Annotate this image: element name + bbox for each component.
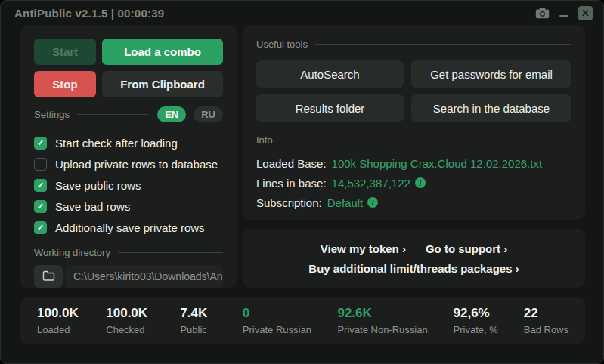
info-row-subscription: Subscription: Default i [256,193,571,212]
info-header: Info [256,134,571,146]
tools-info-panel: Useful tools AutoSearch Get passwords fo… [243,25,585,220]
stat-loaded: 100.0K Loaded [37,306,106,335]
stat-label: Checked [106,324,180,335]
checkbox-label: Start check after loading [55,137,178,150]
stat-label: Loaded [37,324,106,335]
language-toggle-en[interactable]: EN [157,106,186,122]
settings-header: Settings EN RU [34,106,223,122]
info-value: 100k Shopping Crax.Cloud 12.02.2026.txt [332,157,543,170]
stat-value: 100.0K [106,306,180,321]
divider [315,44,571,45]
checkbox-label: Save public rows [55,179,141,192]
checkbox-save-public-rows[interactable]: Save public rows [34,174,223,196]
stat-bad-rows: 22 Bad Rows [524,306,568,335]
stat-private-non-russian: 92.6K Private Non-Russian [337,306,453,335]
useful-tools-header: Useful tools [256,39,571,50]
stat-value: 100.0K [37,306,106,321]
checkbox-label: Additionally save private rows [55,221,205,234]
checkbox-upload-private-rows[interactable]: Upload private rows to database [34,153,223,174]
working-directory-path[interactable]: C:\Users\kirito03\Downloads\An... [66,265,223,288]
stat-checked: 100.0K Checked [106,306,180,335]
divider [77,114,148,115]
checkbox-icon[interactable] [34,158,47,171]
results-folder-button[interactable]: Results folder [256,94,404,122]
checkbox-icon[interactable] [34,137,47,150]
working-directory-header: Working directory [34,247,223,258]
info-key: Loaded Base: [256,157,327,170]
search-database-button[interactable]: Search in the database [411,94,571,122]
stat-label: Private Non-Russian [337,324,453,335]
info-icon[interactable]: i [367,197,378,208]
app-window: AntiPublic v2.1.5 | 00:00:39 ✕ Start Loa… [0,0,604,364]
stat-value: 22 [524,306,568,321]
stat-value: 92,6% [454,306,524,321]
info-rows: Loaded Base: 100k Shopping Crax.Cloud 12… [256,153,571,212]
stat-label: Private, % [454,324,524,335]
browse-folder-button[interactable] [34,265,63,288]
stop-button[interactable]: Stop [34,71,96,97]
checkbox-label: Save bad rows [55,200,130,213]
autosearch-button[interactable]: AutoSearch [256,60,404,88]
start-button[interactable]: Start [34,39,96,65]
stat-value: 0 [243,306,338,321]
info-key: Subscription: [256,196,322,209]
stat-private-percent: 92,6% Private, % [454,306,524,335]
window-title: AntiPublic v2.1.5 | 00:00:39 [14,7,164,20]
checkbox-start-check-after-loading[interactable]: Start check after loading [34,132,223,153]
useful-tools-grid: AutoSearch Get passwords for email Resul… [256,60,571,122]
minimize-button[interactable] [559,8,569,18]
support-link[interactable]: Go to support › [426,242,507,255]
info-label: Info [256,134,273,146]
divider [118,252,223,253]
stat-value: 92.6K [337,306,453,321]
stats-bar: 100.0K Loaded 100.0K Checked 7.4K Public… [20,297,585,344]
checkbox-save-bad-rows[interactable]: Save bad rows [34,196,223,217]
control-panel: Start Load a combo Stop From Clipboard S… [20,25,237,288]
divider [280,140,571,140]
checkbox-label: Upload private rows to database [55,158,218,171]
settings-label: Settings [34,109,70,120]
info-icon[interactable]: i [415,177,426,188]
info-key: Lines in base: [256,177,327,190]
links-panel: View my token › Go to support › Buy addi… [243,229,585,288]
info-row-lines-in-base: Lines in base: 14,532,387,122 i [256,173,571,193]
from-clipboard-button[interactable]: From Clipboard [102,71,223,97]
stat-label: Public [180,324,242,335]
checkbox-icon[interactable] [34,179,47,192]
checkbox-save-private-rows[interactable]: Additionally save private rows [34,217,223,238]
view-token-link[interactable]: View my token › [321,242,406,255]
checkbox-icon[interactable] [34,200,47,213]
stat-label: Bad Rows [524,324,568,335]
info-row-loaded-base: Loaded Base: 100k Shopping Crax.Cloud 12… [256,153,571,173]
buy-packages-link[interactable]: Buy additional limit/threads packages › [308,262,519,275]
get-passwords-button[interactable]: Get passwords for email [411,60,571,88]
info-value: 14,532,387,122 [332,177,410,190]
camera-icon[interactable] [535,8,550,19]
language-toggle-ru[interactable]: RU [194,106,223,122]
close-button[interactable]: ✕ [578,6,593,20]
folder-icon [42,270,55,283]
working-directory-label: Working directory [34,247,110,258]
window-controls: ✕ [535,6,593,20]
useful-tools-label: Useful tools [256,39,308,50]
stat-value: 7.4K [180,306,242,321]
stat-label: Private Russian [243,324,338,335]
stat-private-russian: 0 Private Russian [243,306,338,335]
stat-public: 7.4K Public [180,306,242,335]
info-value: Default [327,196,364,209]
titlebar: AntiPublic v2.1.5 | 00:00:39 ✕ [1,1,603,25]
load-combo-button[interactable]: Load a combo [102,39,223,65]
settings-checkbox-list: Start check after loading Upload private… [34,132,223,238]
checkbox-icon[interactable] [34,221,47,234]
